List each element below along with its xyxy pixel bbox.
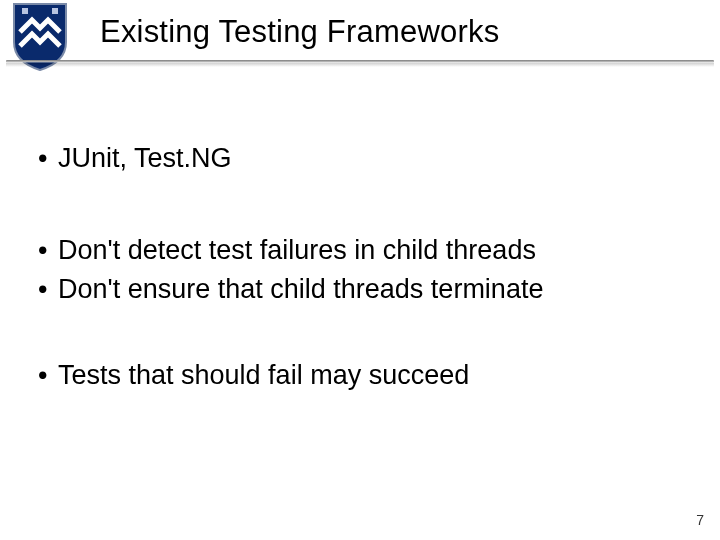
- bullet-text: Tests that should fail may succeed: [58, 357, 469, 393]
- bullet-dot-icon: •: [36, 232, 58, 268]
- bullet-text: Don't ensure that child threads terminat…: [58, 271, 543, 307]
- bullet-item: • Don't detect test failures in child th…: [36, 232, 684, 268]
- bullet-group-2: • Don't detect test failures in child th…: [36, 232, 684, 307]
- slide-content: • JUnit, Test.NG • Don't detect test fai…: [0, 100, 720, 450]
- bullet-item: • Tests that should fail may succeed: [36, 357, 684, 393]
- bullet-item: • Don't ensure that child threads termin…: [36, 271, 684, 307]
- bullet-group-1: • JUnit, Test.NG: [36, 140, 684, 176]
- bullet-dot-icon: •: [36, 140, 58, 176]
- slide-header: Existing Testing Frameworks: [0, 0, 720, 72]
- svg-rect-1: [52, 8, 58, 14]
- bullet-dot-icon: •: [36, 271, 58, 307]
- bullet-text: Don't detect test failures in child thre…: [58, 232, 536, 268]
- page-number: 7: [696, 512, 704, 528]
- svg-rect-0: [22, 8, 28, 14]
- slide-title: Existing Testing Frameworks: [80, 0, 720, 50]
- bullet-item: • JUnit, Test.NG: [36, 140, 684, 176]
- bullet-text: JUnit, Test.NG: [58, 140, 232, 176]
- bullet-dot-icon: •: [36, 357, 58, 393]
- bullet-group-3: • Tests that should fail may succeed: [36, 357, 684, 393]
- header-divider-shadow: [6, 63, 714, 67]
